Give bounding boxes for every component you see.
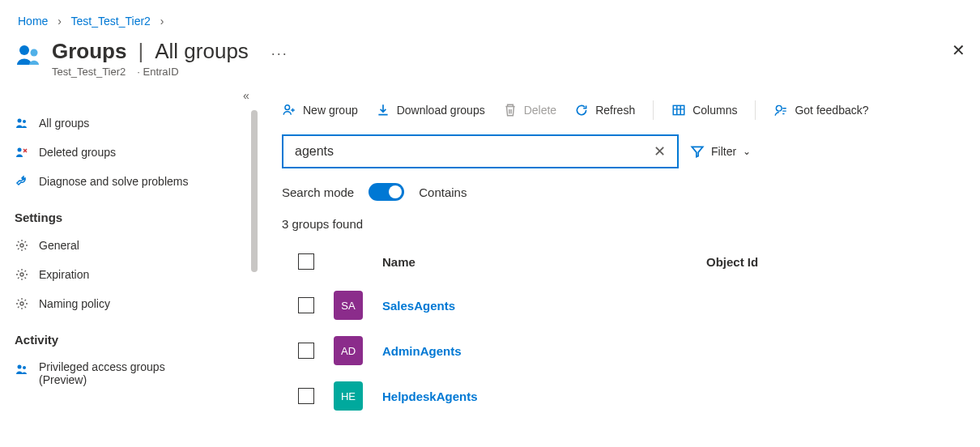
chevron-icon: › xyxy=(160,15,164,28)
filter-button[interactable]: Filter ⌄ xyxy=(690,144,751,159)
toolbar: New group Download groups Delete Refresh xyxy=(282,100,980,134)
gear-icon xyxy=(15,296,29,311)
refresh-button[interactable]: Refresh xyxy=(574,103,635,117)
close-icon[interactable]: ✕ xyxy=(952,40,965,60)
row-checkbox[interactable] xyxy=(298,388,314,404)
download-groups-button[interactable]: Download groups xyxy=(376,103,485,117)
sidebar-item-deleted-groups[interactable]: Deleted groups xyxy=(0,138,258,167)
people-icon xyxy=(15,362,29,377)
new-group-button[interactable]: New group xyxy=(282,103,358,117)
download-icon xyxy=(376,103,390,117)
breadcrumb-home[interactable]: Home xyxy=(18,15,48,28)
filter-icon xyxy=(690,144,705,159)
chevron-icon: › xyxy=(58,15,62,28)
feedback-button[interactable]: Got feedback? xyxy=(773,103,868,117)
table-row[interactable]: ADAdminAgents xyxy=(282,328,980,373)
main-content: New group Download groups Delete Refresh xyxy=(258,86,980,419)
title-separator: | xyxy=(138,39,143,64)
sidebar-item-label: Expiration xyxy=(39,268,89,281)
toolbar-divider xyxy=(755,100,756,120)
column-objectid[interactable]: Object Id xyxy=(706,255,758,269)
svg-point-6 xyxy=(20,273,23,276)
search-input[interactable] xyxy=(295,144,650,159)
search-mode-label: Search mode xyxy=(282,185,354,199)
gear-icon xyxy=(15,238,29,253)
sidebar-item-label: Privileged access groups (Preview) xyxy=(39,360,201,386)
svg-point-0 xyxy=(19,45,29,55)
svg-point-12 xyxy=(777,105,782,111)
button-label: Columns xyxy=(692,104,737,117)
svg-point-10 xyxy=(285,105,290,110)
select-all-checkbox[interactable] xyxy=(298,253,314,270)
refresh-icon xyxy=(574,103,589,117)
svg-point-9 xyxy=(23,366,26,369)
sidebar-section-settings: Settings xyxy=(0,196,258,231)
search-mode-toggle[interactable] xyxy=(369,183,404,201)
add-people-icon xyxy=(282,103,296,117)
group-name-link[interactable]: HelpdeskAgents xyxy=(382,390,478,403)
scrollbar[interactable] xyxy=(251,110,258,272)
clear-icon[interactable]: ✕ xyxy=(650,143,669,160)
sidebar-item-all-groups[interactable]: All groups xyxy=(0,109,258,138)
svg-point-2 xyxy=(18,119,22,123)
svg-point-3 xyxy=(23,120,26,123)
group-avatar: SA xyxy=(334,291,363,320)
sidebar: All groups Deleted groups Diagnose and s… xyxy=(0,86,258,419)
gear-icon xyxy=(15,267,29,282)
trash-icon xyxy=(503,103,518,117)
group-avatar: HE xyxy=(334,381,363,411)
sidebar-item-label: General xyxy=(39,239,79,252)
tenant-label: Test_Test_Tier2 xyxy=(52,66,126,78)
people-icon xyxy=(15,116,29,130)
columns-button[interactable]: Columns xyxy=(671,103,737,117)
resource-type-label: EntraID xyxy=(137,66,178,78)
button-label: Refresh xyxy=(595,104,635,117)
delete-button: Delete xyxy=(503,103,556,117)
wrench-icon xyxy=(15,174,29,189)
svg-point-4 xyxy=(18,148,22,152)
svg-point-7 xyxy=(20,302,23,305)
page-subtitle: All groups xyxy=(155,39,249,64)
page-title: Groups xyxy=(52,39,126,64)
row-checkbox[interactable] xyxy=(298,343,314,359)
sidebar-item-expiration[interactable]: Expiration xyxy=(0,260,258,289)
columns-icon xyxy=(671,103,686,117)
groups-icon xyxy=(15,40,44,70)
people-delete-icon xyxy=(15,145,29,160)
sidebar-item-general[interactable]: General xyxy=(0,231,258,260)
svg-rect-11 xyxy=(673,105,684,114)
table-row[interactable]: HEHelpdeskAgents xyxy=(282,373,980,419)
button-label: Delete xyxy=(524,104,556,117)
table-header: Name Object Id xyxy=(282,247,980,283)
toolbar-divider xyxy=(653,100,654,120)
feedback-icon xyxy=(773,103,788,117)
sidebar-item-label: All groups xyxy=(39,117,89,130)
button-label: Got feedback? xyxy=(795,104,868,117)
filter-label: Filter xyxy=(711,145,736,158)
group-name-link[interactable]: SalesAgents xyxy=(382,299,455,313)
sidebar-item-diagnose[interactable]: Diagnose and solve problems xyxy=(0,167,258,196)
svg-point-8 xyxy=(18,365,22,369)
sidebar-item-label: Diagnose and solve problems xyxy=(39,175,188,188)
sidebar-item-privileged[interactable]: Privileged access groups (Preview) xyxy=(0,353,258,394)
table-row[interactable]: SASalesAgents xyxy=(282,283,980,328)
button-label: New group xyxy=(303,104,358,117)
sidebar-item-label: Naming policy xyxy=(39,297,110,310)
sidebar-item-naming[interactable]: Naming policy xyxy=(0,289,258,318)
results-count: 3 groups found xyxy=(282,217,980,231)
chevron-down-icon: ⌄ xyxy=(743,146,751,157)
search-mode-value: Contains xyxy=(419,185,467,199)
more-icon[interactable]: ··· xyxy=(271,45,288,62)
sidebar-item-label: Deleted groups xyxy=(39,146,116,159)
breadcrumb-tenant[interactable]: Test_Test_Tier2 xyxy=(71,15,151,28)
svg-point-5 xyxy=(20,244,23,247)
column-name[interactable]: Name xyxy=(382,255,690,269)
row-checkbox[interactable] xyxy=(298,297,314,313)
group-avatar: AD xyxy=(334,336,363,365)
group-name-link[interactable]: AdminAgents xyxy=(382,344,462,358)
button-label: Download groups xyxy=(397,104,485,117)
page-header: Groups | All groups ··· Test_Test_Tier2 … xyxy=(0,36,980,86)
sidebar-section-activity: Activity xyxy=(0,318,258,353)
breadcrumb: Home › Test_Test_Tier2 › xyxy=(0,0,980,36)
search-input-container: ✕ xyxy=(282,134,679,168)
